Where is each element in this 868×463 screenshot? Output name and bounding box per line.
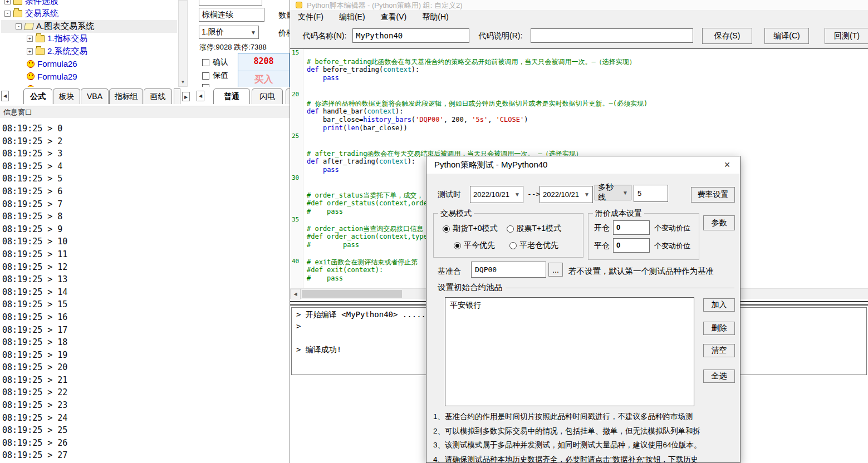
chevron-down-icon[interactable]: ▼ [620, 190, 628, 196]
code-text: # exit函数会在测评结束或者停止第 [303, 258, 418, 266]
code-text [303, 141, 307, 149]
confirm-checkbox[interactable] [202, 59, 209, 66]
compile-button[interactable]: 编译(C) [764, 28, 809, 44]
info-line: 08:19:25 > 16 [2, 311, 290, 324]
chevron-down-icon[interactable]: ▼ [512, 191, 520, 198]
info-line: 08:19:25 > 24 [2, 412, 290, 425]
order-tab[interactable]: 普通 [213, 88, 250, 104]
radio-selected-icon[interactable] [443, 225, 450, 233]
order-code-input[interactable] [199, 0, 262, 6]
buy-panel: 8208 买入 [238, 53, 290, 87]
contract-pool-list[interactable]: 平安银行 [445, 297, 694, 406]
code-name-input[interactable]: MyPython40 [352, 28, 469, 43]
tree-expander-icon[interactable]: + [27, 48, 33, 55]
date-to-select[interactable]: 2022/10/21 ▼ [540, 186, 593, 203]
left-tab[interactable]: 公式 [23, 88, 52, 104]
radio-option[interactable]: 期货T+0模式 [443, 224, 498, 234]
benchmark-input[interactable]: DQP00 [471, 262, 546, 278]
left-tab[interactable]: 指标组 [109, 88, 143, 104]
code-text: def after_trading(context): [303, 157, 415, 166]
info-line: 08:19:25 > 21 [2, 374, 290, 387]
tab-scroll-right-icon[interactable]: ▶ [182, 92, 190, 101]
browse-button[interactable]: ... [548, 263, 563, 277]
left-tab[interactable]: 画线 [144, 88, 172, 104]
tree-item[interactable]: -交易系统 [1, 8, 177, 21]
info-line: 08:19:25 > 2 [2, 135, 290, 148]
code-line: print(len(bar_close)) [290, 124, 868, 132]
tree-item[interactable] [1, 83, 177, 87]
fee-settings-button[interactable]: 费率设置 [691, 187, 735, 203]
chevron-down-icon[interactable]: ▼ [251, 29, 256, 36]
delete-button[interactable]: 删除 [703, 322, 735, 335]
menu-item[interactable]: 查看(V) [373, 10, 415, 23]
left-tab[interactable]: 板块 [53, 88, 80, 104]
radio-icon[interactable] [507, 225, 514, 233]
price-type-select[interactable]: 1.限价 ▼ [199, 26, 259, 39]
tree-expander-icon[interactable]: - [4, 11, 11, 17]
open-slippage-input[interactable]: 0 [613, 220, 650, 235]
radio-selected-icon[interactable] [454, 242, 461, 249]
info-line: 08:19:25 > 27 [2, 449, 290, 462]
tree-item[interactable]: +条件选股 [1, 0, 177, 8]
pool-list-item[interactable]: 平安银行 [450, 300, 694, 310]
code-segment: history_bars [363, 116, 411, 124]
scrollbar-thumb[interactable] [302, 290, 402, 298]
menu-item[interactable]: 文件(F) [290, 10, 331, 23]
code-segment: #def order_status(context,order) [307, 199, 435, 207]
code-text: # pass [303, 274, 343, 283]
radio-icon[interactable] [509, 242, 517, 249]
menu-item[interactable]: 帮助(H) [414, 10, 456, 23]
code-desc-input[interactable] [531, 28, 693, 43]
radio-option[interactable]: 平今优先 [454, 240, 495, 250]
dialog-titlebar[interactable]: Python策略测试 - MyPython40 × [426, 156, 740, 174]
info-line: 08:19:25 > 3 [2, 147, 290, 160]
scroll-down-icon[interactable]: ▼ [179, 78, 187, 86]
close-icon[interactable]: × [720, 158, 734, 171]
tree-scrollbar[interactable]: ▼ [178, 0, 188, 87]
tree-item[interactable]: Formula29 [1, 70, 177, 83]
tree-item-label: 交易系统 [25, 8, 58, 19]
tree-expander-icon[interactable]: - [16, 23, 22, 29]
buy-button[interactable]: 买入 [238, 73, 289, 86]
add-button[interactable]: 加入 [703, 298, 735, 312]
backtest-button[interactable]: 回测(T) [825, 28, 868, 44]
params-button[interactable]: 参数 [703, 215, 735, 230]
editor-titlebar[interactable]: Python脚本编辑器 - (Python策略用) 组: 自定义2) [290, 0, 868, 10]
tree-item[interactable]: +2.系统交易 [1, 45, 177, 58]
tab-overflow-stub[interactable] [174, 88, 180, 104]
instrument-input[interactable]: 棕榈连续 [199, 8, 264, 22]
left-tab[interactable]: VBA [81, 88, 109, 104]
tree-expander-icon[interactable]: + [27, 36, 33, 42]
period-select[interactable]: 多秒线 ▼ [595, 185, 631, 200]
scroll-left-icon[interactable]: ◀ [290, 289, 301, 299]
tree-item[interactable]: +1.指标交易 [1, 33, 177, 46]
code-text: # order_action当查询交易接口信息 [303, 224, 423, 233]
tree-expander-icon[interactable]: + [4, 0, 11, 4]
period-count-input[interactable]: 5 [634, 185, 668, 202]
date-from-select[interactable]: 2022/10/21 ▼ [470, 186, 523, 203]
menu-item[interactable]: 编辑(E) [331, 10, 373, 23]
close-slippage-input[interactable]: 0 [613, 238, 650, 253]
select-all-button[interactable]: 全选 [703, 370, 735, 383]
code-segment: before_trading( [319, 66, 384, 73]
hedge-checkbox[interactable] [202, 72, 209, 80]
line-number [290, 199, 303, 208]
order-tab-scroll-left-icon[interactable]: ◀ [197, 91, 204, 101]
line-number [290, 266, 303, 274]
radio-option[interactable]: 股票T+1模式 [507, 224, 562, 234]
line-number [290, 74, 303, 82]
info-line: 08:19:25 > 14 [2, 286, 290, 299]
radio-option[interactable]: 平老仓优先 [509, 240, 558, 250]
tab-scroll-left-icon[interactable]: ◀ [1, 91, 9, 101]
save-button[interactable]: 保存(S) [702, 28, 752, 44]
chevron-down-icon[interactable]: ▼ [582, 191, 590, 198]
order-tab[interactable]: 闪电 [252, 88, 283, 104]
clear-button[interactable]: 清空 [703, 344, 735, 357]
order-tab-bar: ◀ 普通闪电三 [192, 87, 290, 106]
code-line: def before_trading(context): [290, 66, 868, 74]
tree-item[interactable]: -A.图表交易系统 [1, 20, 177, 33]
info-window-log: 08:19:25 > 008:19:25 > 208:19:25 > 308:1… [0, 118, 290, 463]
tree-item[interactable]: Formula26 [1, 58, 177, 71]
editor-toolbar: 代码名称(N): MyPython40 代码说明(R): 保存(S) 编译(C)… [290, 23, 868, 49]
code-line: 25 [290, 132, 868, 141]
